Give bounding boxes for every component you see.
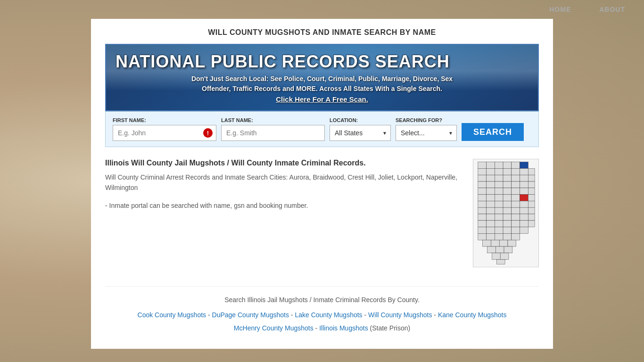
first-name-wrapper: ! [113,125,216,141]
svg-rect-60 [512,214,520,221]
svg-rect-86 [495,247,504,253]
footer-section: Search Illinois Jail Mugshots / Inmate C… [105,286,539,335]
searching-for-select[interactable]: Select... [396,125,457,141]
svg-rect-85 [487,247,496,253]
svg-rect-33 [520,188,528,195]
dupage-county-link[interactable]: DuPage County Mugshots [212,311,289,319]
svg-rect-48 [528,201,535,207]
svg-rect-5 [512,162,520,169]
dash-3: - [364,311,369,319]
last-name-label: LAST NAME: [221,117,325,123]
svg-rect-43 [487,201,495,207]
last-name-input[interactable] [221,125,325,141]
lake-county-link[interactable]: Lake County Mugshots [295,311,362,319]
svg-rect-63 [478,221,487,227]
search-form: FIRST NAME: ! LAST NAME: LOCATION: All S… [105,111,539,147]
svg-rect-64 [487,221,495,227]
illinois-mugshots-link[interactable]: Illinois Mugshots [319,324,368,332]
svg-rect-73 [503,227,512,234]
svg-rect-62 [528,214,535,221]
content-heading: Illinois Will County Jail Mugshots / Wil… [105,159,463,167]
main-content-card: WILL COUNTY MUGSHOTS AND INMATE SEARCH B… [91,19,553,349]
svg-rect-57 [487,214,495,221]
map-container [473,159,539,267]
svg-rect-83 [499,240,508,247]
svg-rect-67 [512,221,520,227]
banner-title: NATIONAL PUBLIC RECORDS SEARCH [116,52,528,72]
svg-rect-78 [495,233,503,240]
location-select[interactable]: All States [330,125,391,141]
svg-rect-11 [512,168,520,175]
kane-county-link[interactable]: Kane County Mugshots [438,311,507,319]
svg-rect-41 [528,195,535,201]
dash-5: - [315,324,320,332]
svg-rect-29 [487,188,495,195]
svg-rect-74 [512,227,520,234]
svg-rect-4 [503,162,512,169]
about-nav-link[interactable]: ABOUT [599,6,625,13]
svg-rect-82 [491,240,499,247]
svg-rect-80 [512,233,520,240]
svg-rect-87 [504,247,512,253]
svg-rect-79 [503,233,512,240]
svg-rect-55 [528,207,535,214]
svg-rect-7 [478,168,487,175]
svg-rect-31 [503,188,512,195]
banner-cta: Click Here For A Free Scan. [116,95,528,103]
svg-rect-30 [495,188,503,195]
error-icon: ! [203,128,213,138]
svg-rect-32 [512,188,520,195]
first-name-input[interactable] [113,125,216,141]
svg-rect-25 [512,181,520,188]
svg-rect-20 [528,175,535,181]
cook-county-link[interactable]: Cook County Mugshots [138,311,206,319]
svg-rect-21 [478,181,487,188]
search-button[interactable]: SEARCH [462,123,524,141]
searching-for-group: SEARCHING FOR? Select... [396,117,457,141]
first-name-label: FIRST NAME: [113,117,216,123]
svg-rect-49 [478,207,487,214]
svg-rect-28 [478,188,487,195]
svg-rect-81 [483,240,491,247]
illinois-map [473,159,539,267]
svg-rect-89 [500,253,509,260]
svg-rect-52 [503,207,512,214]
page-title: WILL COUNTY MUGSHOTS AND INMATE SEARCH B… [105,28,539,37]
svg-rect-19 [520,175,528,181]
svg-rect-27 [528,181,535,188]
svg-rect-42 [478,201,487,207]
svg-rect-75 [520,227,528,234]
svg-rect-58 [495,214,503,221]
dash-4: - [434,311,438,319]
svg-rect-44 [495,201,503,207]
last-name-group: LAST NAME: [221,117,325,141]
location-label: LOCATION: [330,117,391,123]
svg-rect-3 [495,162,503,169]
svg-rect-35 [478,195,487,201]
svg-rect-47 [520,201,528,207]
svg-rect-45 [503,201,512,207]
svg-rect-18 [512,175,520,181]
svg-rect-34 [528,188,535,195]
svg-rect-77 [487,233,495,240]
svg-rect-12 [520,168,528,175]
first-name-group: FIRST NAME: ! [113,117,216,141]
svg-rect-66 [503,221,512,227]
top-navigation: HOME ABOUT [0,0,644,19]
svg-rect-76 [478,233,487,240]
dash-1: - [208,311,212,319]
home-nav-link[interactable]: HOME [549,6,571,13]
content-area: Illinois Will County Jail Mugshots / Wil… [105,159,539,267]
svg-rect-9 [495,168,503,175]
mchenry-county-link[interactable]: McHenry County Mugshots [234,324,314,332]
svg-rect-68 [520,221,528,227]
svg-rect-56 [478,214,487,221]
will-county-link[interactable]: Will County Mugshots [368,311,432,319]
location-group: LOCATION: All States [330,117,391,141]
svg-rect-14 [478,175,487,181]
banner[interactable]: NATIONAL PUBLIC RECORDS SEARCH Don't Jus… [105,44,539,111]
illinois-map-svg [473,159,538,267]
svg-rect-10 [503,168,512,175]
svg-rect-6 [520,162,528,169]
svg-rect-46 [512,201,520,207]
